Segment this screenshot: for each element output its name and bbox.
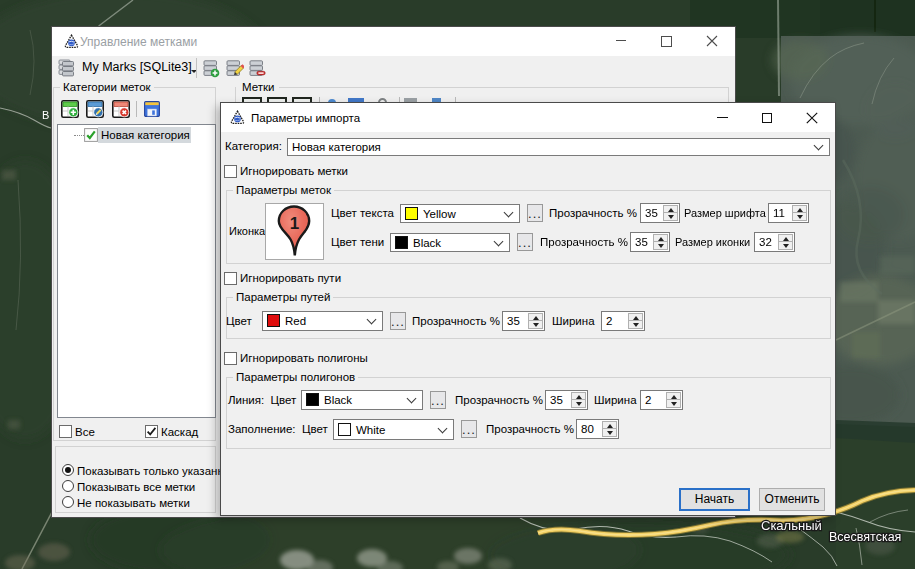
svg-text:1: 1 [290, 214, 299, 233]
svg-text:В: В [42, 109, 49, 121]
svg-text:Всесвятская: Всесвятская [829, 530, 901, 544]
svg-text:Скальный: Скальный [761, 518, 822, 533]
